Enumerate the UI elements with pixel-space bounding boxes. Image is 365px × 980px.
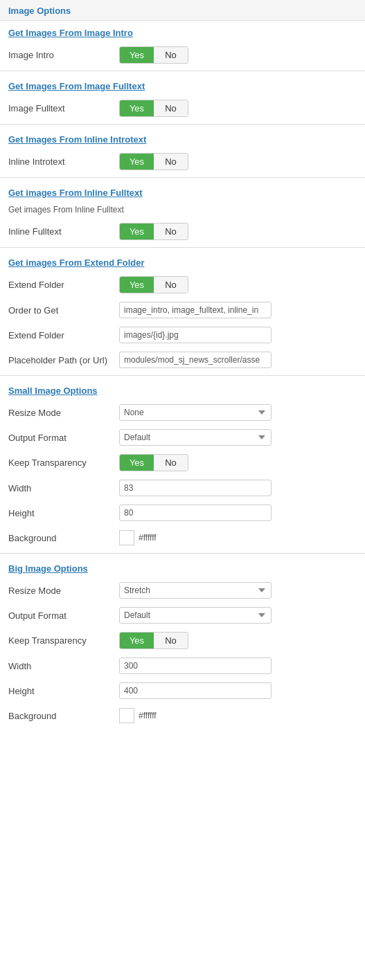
small-keep-transparency-control: Yes No xyxy=(119,454,357,471)
small-background-control: #ffffff xyxy=(119,530,357,545)
placeholder-path-control xyxy=(119,352,357,368)
big-color-swatch[interactable] xyxy=(119,708,134,723)
order-to-get-input[interactable] xyxy=(119,302,271,318)
small-transparency-no-btn[interactable]: No xyxy=(154,455,188,471)
image-intro-no-btn[interactable]: No xyxy=(154,47,188,63)
big-transparency-no-btn[interactable]: No xyxy=(154,633,188,648)
extend-folder-no-btn[interactable]: No xyxy=(154,277,188,293)
group-small-image-title: Small Image Options xyxy=(0,379,365,400)
group-inline-fulltext-title: Get images From Inline Fulltext xyxy=(0,181,365,202)
extend-folder-toggle-label: Extend Folder xyxy=(8,280,119,290)
inline-fulltext-field-row: Inline Fulltext Yes No xyxy=(0,219,365,244)
section-title-text: Image Options xyxy=(8,6,71,16)
big-keep-transparency-toggle[interactable]: Yes No xyxy=(119,632,188,649)
image-intro-yes-btn[interactable]: Yes xyxy=(120,47,154,63)
order-to-get-control xyxy=(119,302,357,318)
small-width-input[interactable] xyxy=(119,480,271,496)
big-height-input[interactable] xyxy=(119,682,271,699)
group-extend-folder: Get images From Extend Folder Extend Fol… xyxy=(0,251,365,372)
group-big-image-options: Big Image Options Resize Mode None Stret… xyxy=(0,556,365,728)
big-height-control xyxy=(119,682,357,699)
big-resize-mode-select[interactable]: None Stretch Crop Fit xyxy=(119,582,271,599)
big-color-row: #ffffff xyxy=(119,708,357,723)
inline-fulltext-toggle[interactable]: Yes No xyxy=(119,223,188,240)
image-fulltext-yes-btn[interactable]: Yes xyxy=(120,100,154,116)
small-resize-mode-select[interactable]: None Stretch Crop Fit xyxy=(119,404,271,421)
image-fulltext-toggle[interactable]: Yes No xyxy=(119,100,188,117)
big-width-row: Width xyxy=(0,653,365,678)
big-keep-transparency-label: Keep Transparency xyxy=(8,635,119,646)
inline-introtext-no-btn[interactable]: No xyxy=(154,154,188,170)
small-resize-mode-control: None Stretch Crop Fit xyxy=(119,404,357,421)
big-keep-transparency-control: Yes No xyxy=(119,632,357,649)
small-resize-mode-row: Resize Mode None Stretch Crop Fit xyxy=(0,400,365,425)
section-title: Image Options xyxy=(0,0,365,21)
small-height-label: Height xyxy=(8,508,119,518)
big-height-row: Height xyxy=(0,678,365,703)
group-extend-folder-title: Get images From Extend Folder xyxy=(0,251,365,272)
order-to-get-row: Order to Get xyxy=(0,298,365,323)
inline-fulltext-yes-btn[interactable]: Yes xyxy=(120,224,154,239)
big-width-control xyxy=(119,657,357,674)
big-background-control: #ffffff xyxy=(119,708,357,723)
big-color-value: #ffffff xyxy=(139,711,157,720)
big-output-format-control: Default JPEG PNG GIF xyxy=(119,607,357,624)
extend-folder-path-label: Extend Folder xyxy=(8,330,119,341)
small-keep-transparency-toggle[interactable]: Yes No xyxy=(119,454,188,471)
extend-folder-yes-btn[interactable]: Yes xyxy=(120,277,154,293)
image-intro-field-row: Image Intro Yes No xyxy=(0,42,365,68)
image-fulltext-label: Image Fulltext xyxy=(8,103,119,114)
inline-fulltext-control: Yes No xyxy=(119,223,357,240)
placeholder-path-input[interactable] xyxy=(119,352,271,368)
inline-introtext-toggle[interactable]: Yes No xyxy=(119,153,188,170)
order-to-get-label: Order to Get xyxy=(8,305,119,316)
big-transparency-yes-btn[interactable]: Yes xyxy=(120,633,154,648)
small-color-swatch[interactable] xyxy=(119,530,134,545)
big-width-input[interactable] xyxy=(119,657,271,674)
inline-introtext-yes-btn[interactable]: Yes xyxy=(120,154,154,170)
group-big-image-title: Big Image Options xyxy=(0,556,365,578)
inline-introtext-field-row: Inline Introtext Yes No xyxy=(0,149,365,174)
group-inline-fulltext-desc: Get images From Inline Fulltext xyxy=(0,202,365,219)
group-image-fulltext-title: Get Images From Image Fulltext xyxy=(0,74,365,96)
small-transparency-yes-btn[interactable]: Yes xyxy=(120,455,154,471)
group-small-image-options: Small Image Options Resize Mode None Str… xyxy=(0,379,365,550)
image-fulltext-control: Yes No xyxy=(119,100,357,117)
small-height-input[interactable] xyxy=(119,505,271,521)
big-width-label: Width xyxy=(8,661,119,671)
group-image-fulltext: Get Images From Image Fulltext Image Ful… xyxy=(0,74,365,121)
big-resize-mode-row: Resize Mode None Stretch Crop Fit xyxy=(0,578,365,603)
big-output-format-label: Output Format xyxy=(8,610,119,621)
extend-folder-toggle[interactable]: Yes No xyxy=(119,276,188,293)
small-output-format-control: Default JPEG PNG GIF xyxy=(119,429,357,446)
big-output-format-select[interactable]: Default JPEG PNG GIF xyxy=(119,607,271,624)
inline-fulltext-no-btn[interactable]: No xyxy=(154,224,188,239)
small-background-row: Background #ffffff xyxy=(0,525,365,550)
image-fulltext-no-btn[interactable]: No xyxy=(154,100,188,116)
big-resize-mode-label: Resize Mode xyxy=(8,586,119,596)
small-width-row: Width xyxy=(0,475,365,500)
group-inline-introtext-title: Get Images From Inline Introtext xyxy=(0,127,365,149)
inline-introtext-control: Yes No xyxy=(119,153,357,170)
big-keep-transparency-row: Keep Transparency Yes No xyxy=(0,628,365,653)
group-image-intro: Get Images From Image Intro Image Intro … xyxy=(0,21,365,68)
small-width-control xyxy=(119,480,357,496)
small-height-control xyxy=(119,505,357,521)
small-output-format-select[interactable]: Default JPEG PNG GIF xyxy=(119,429,271,446)
small-background-label: Background xyxy=(8,533,119,543)
extend-folder-path-input[interactable] xyxy=(119,327,271,343)
big-background-label: Background xyxy=(8,711,119,721)
extend-folder-path-row: Extend Folder xyxy=(0,323,365,347)
image-intro-label: Image Intro xyxy=(8,50,119,60)
group-image-intro-title: Get Images From Image Intro xyxy=(0,21,365,42)
image-intro-toggle[interactable]: Yes No xyxy=(119,46,188,64)
small-color-value: #ffffff xyxy=(139,533,157,543)
small-keep-transparency-row: Keep Transparency Yes No xyxy=(0,450,365,475)
extend-folder-toggle-control: Yes No xyxy=(119,276,357,293)
image-intro-control: Yes No xyxy=(119,46,357,64)
image-options-panel: Image Options Get Images From Image Intr… xyxy=(0,0,365,728)
inline-introtext-label: Inline Introtext xyxy=(8,156,119,167)
small-height-row: Height xyxy=(0,500,365,525)
small-resize-mode-label: Resize Mode xyxy=(8,408,119,418)
inline-fulltext-label: Inline Fulltext xyxy=(8,226,119,237)
